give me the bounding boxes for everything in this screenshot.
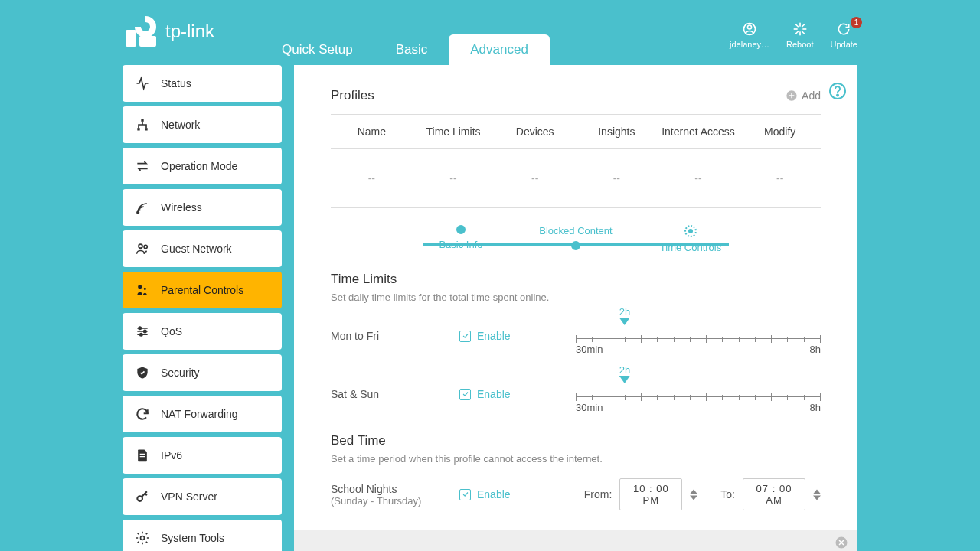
svg-point-18 — [138, 285, 142, 289]
sidebar-item-security[interactable]: Security — [122, 354, 282, 391]
gear-icon — [135, 530, 150, 546]
svg-point-20 — [139, 327, 141, 329]
svg-rect-4 — [799, 23, 801, 27]
family-icon — [135, 282, 150, 298]
brand-name: tp-link — [165, 21, 214, 42]
to-time-input[interactable]: 07 : 00 AM — [743, 478, 805, 510]
svg-rect-9 — [801, 31, 805, 34]
svg-point-26 — [837, 95, 838, 96]
footer-bar — [294, 530, 858, 551]
sat-sun-slider[interactable]: 2h 30min — [576, 375, 821, 413]
sidebar-item-label: Security — [161, 367, 200, 379]
step-blocked-content[interactable]: Blocked Content — [530, 225, 622, 253]
svg-point-16 — [139, 244, 142, 248]
svg-rect-7 — [802, 28, 806, 30]
tplink-logo-icon — [122, 13, 159, 50]
to-label: To: — [720, 488, 735, 500]
svg-rect-8 — [795, 24, 799, 28]
to-spinner[interactable] — [813, 489, 821, 500]
sidebar-item-guest-network[interactable]: Guest Network — [122, 230, 282, 267]
svg-rect-12 — [141, 119, 143, 122]
step-basic-info[interactable]: Basic Info — [415, 225, 507, 253]
slider-min: 30min — [576, 402, 603, 413]
col-internet-access: Internet Access — [658, 126, 740, 138]
sidebar-item-label: Guest Network — [161, 243, 232, 255]
sidebar-item-label: NAT Forwarding — [161, 408, 238, 420]
check-icon — [462, 332, 469, 340]
swap-icon — [135, 158, 150, 174]
sidebar-item-label: Status — [161, 77, 191, 90]
from-time-input[interactable]: 10 : 00 PM — [619, 478, 682, 510]
svg-point-3 — [748, 25, 752, 29]
school-nights-checkbox[interactable] — [459, 489, 471, 500]
enable-label[interactable]: Enable — [477, 388, 511, 400]
table-row: -- -- -- -- -- -- — [331, 149, 821, 208]
reboot-button[interactable]: Reboot — [786, 21, 813, 49]
tab-basic[interactable]: Basic — [374, 34, 449, 65]
step-time-controls[interactable]: Time Controls — [645, 225, 737, 253]
svg-point-23 — [137, 496, 142, 501]
mon-fri-slider[interactable]: 2h 30min — [576, 317, 821, 355]
school-nights-label: School Nights — [331, 483, 459, 495]
sidebar: Status Network Operation Mode Wireless G… — [122, 65, 282, 551]
profiles-table: Name Time Limits Devices Insights Intern… — [331, 114, 821, 208]
add-label: Add — [802, 90, 821, 102]
profiles-title: Profiles — [331, 88, 374, 103]
sidebar-item-qos[interactable]: QoS — [122, 313, 282, 350]
sidebar-item-operation-mode[interactable]: Operation Mode — [122, 148, 282, 184]
sidebar-item-status[interactable]: Status — [122, 65, 282, 102]
activity-icon — [135, 76, 150, 91]
sidebar-item-parental-controls[interactable]: Parental Controls — [122, 272, 282, 308]
time-limits-title: Time Limits — [331, 272, 821, 287]
add-profile-button[interactable]: Add — [786, 90, 821, 102]
sidebar-item-label: Parental Controls — [161, 284, 243, 296]
sidebar-item-wireless[interactable]: Wireless — [122, 189, 282, 226]
tab-quick-setup[interactable]: Quick Setup — [260, 34, 374, 65]
mon-fri-checkbox[interactable] — [459, 331, 471, 342]
sidebar-item-nat-forwarding[interactable]: NAT Forwarding — [122, 396, 282, 432]
col-modify: Modify — [739, 126, 821, 138]
col-devices: Devices — [494, 126, 576, 138]
user-label: jdelaney… — [730, 40, 769, 49]
svg-rect-1 — [139, 36, 156, 47]
update-button[interactable]: Update 1 — [831, 21, 858, 49]
sidebar-item-network[interactable]: Network — [122, 106, 282, 143]
time-limits-desc: Set daily time limits for the total time… — [331, 292, 821, 303]
sat-sun-checkbox[interactable] — [459, 389, 471, 400]
sidebar-item-label: QoS — [161, 325, 182, 337]
plus-circle-icon — [786, 90, 798, 102]
sidebar-item-system-tools[interactable]: System Tools — [122, 520, 282, 551]
svg-rect-5 — [799, 31, 801, 35]
svg-point-21 — [144, 330, 146, 332]
svg-point-24 — [141, 536, 145, 540]
sidebar-item-vpn-server[interactable]: VPN Server — [122, 478, 282, 515]
sidebar-item-label: VPN Server — [161, 491, 217, 503]
mon-fri-label: Mon to Fri — [331, 330, 459, 342]
user-icon — [742, 21, 757, 37]
svg-rect-6 — [793, 28, 797, 30]
svg-rect-0 — [126, 30, 136, 47]
slider-handle[interactable]: 2h — [619, 306, 630, 328]
update-icon — [836, 21, 851, 37]
caret-up-icon — [690, 489, 697, 494]
tab-advanced[interactable]: Advanced — [449, 34, 550, 65]
wifi-icon — [135, 200, 150, 215]
enable-label[interactable]: Enable — [477, 488, 511, 500]
main-panel: Profiles Add Name Time Limits Devices In… — [294, 65, 858, 551]
from-label: From: — [584, 488, 612, 500]
reboot-icon — [792, 21, 808, 37]
slider-handle[interactable]: 2h — [619, 364, 630, 386]
enable-label[interactable]: Enable — [477, 330, 511, 342]
help-button[interactable] — [828, 82, 847, 100]
caret-down-icon — [813, 495, 821, 500]
svg-point-22 — [140, 334, 142, 336]
sidebar-item-label: System Tools — [161, 532, 224, 544]
sidebar-item-ipv6[interactable]: IPv6 — [122, 437, 282, 474]
user-menu[interactable]: jdelaney… — [730, 21, 769, 49]
sat-sun-label: Sat & Sun — [331, 388, 459, 400]
close-button[interactable] — [835, 536, 848, 552]
slider-max: 8h — [810, 344, 821, 355]
bed-time-title: Bed Time — [331, 433, 821, 448]
slider-max: 8h — [810, 402, 821, 413]
from-spinner[interactable] — [690, 489, 697, 500]
